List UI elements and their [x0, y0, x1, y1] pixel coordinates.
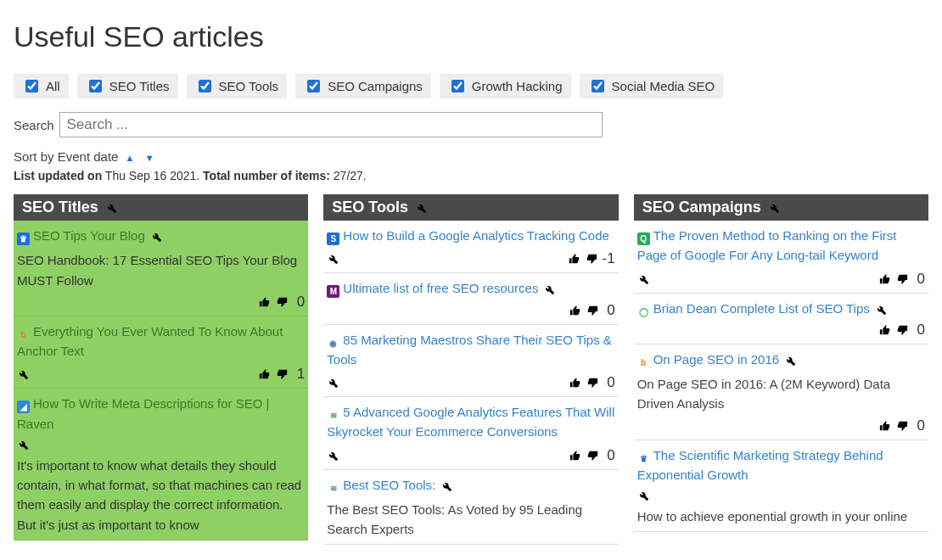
card-link[interactable]: 85 Marketing Maestros Share Their SEO Ti…	[327, 333, 612, 367]
wrench-icon[interactable]	[784, 355, 796, 367]
thumb-down-icon[interactable]	[586, 253, 597, 265]
favicon: b	[17, 328, 30, 341]
filter-chip-seo-tools[interactable]: SEO Tools	[187, 74, 288, 98]
sort-label: Sort by	[14, 149, 54, 164]
favicon: ≋	[327, 409, 339, 422]
filter-chip-all[interactable]: All	[14, 74, 69, 98]
close-icon[interactable]	[347, 450, 359, 462]
close-icon[interactable]	[796, 355, 808, 367]
column-header: SEO Titles	[14, 194, 308, 221]
card-link[interactable]: How To Write Meta Descriptions for SEO |…	[17, 396, 269, 430]
wrench-icon[interactable]	[415, 202, 427, 214]
filter-label: SEO Tools	[219, 79, 279, 93]
card-link[interactable]: On Page SEO in 2016	[653, 352, 779, 367]
card-link[interactable]: The Proven Method to Ranking on the Firs…	[637, 228, 897, 262]
close-icon[interactable]	[658, 490, 670, 501]
filter-checkbox[interactable]	[25, 80, 38, 92]
column-header: SEO Tools	[323, 194, 618, 221]
thumb-down-icon[interactable]	[586, 377, 598, 389]
filter-checkbox[interactable]	[199, 80, 211, 92]
thumb-down-icon[interactable]	[896, 420, 908, 432]
close-icon[interactable]	[555, 283, 567, 295]
thumb-up-icon[interactable]	[569, 450, 581, 462]
card-title-row: ♛The Scientific Marketing Strategy Behin…	[637, 445, 925, 485]
thumb-up-icon[interactable]	[879, 420, 891, 432]
thumb-up-icon[interactable]	[569, 377, 581, 389]
filter-chip-growth-hacking[interactable]: Growth Hacking	[440, 74, 571, 98]
close-icon[interactable]	[658, 273, 670, 285]
wrench-icon[interactable]	[327, 253, 339, 265]
thumb-down-icon[interactable]	[586, 450, 598, 462]
card-description: It's important to know what details they…	[17, 456, 305, 535]
card: ◉85 Marketing Maestros Share Their SEO T…	[323, 325, 618, 398]
card-description: SEO Handbook: 17 Essential SEO Tips Your…	[17, 250, 305, 290]
thumb-up-icon[interactable]	[879, 324, 891, 336]
wrench-icon[interactable]	[768, 202, 780, 214]
favicon: ◯	[637, 305, 650, 318]
sort-row: Sort by Event date ▲ ▼	[14, 149, 928, 164]
card-title-row: ♛SEO Tips Your Blog	[17, 226, 305, 245]
card-title-row: ◢How To Write Meta Descriptions for SEO …	[17, 394, 305, 434]
filter-chip-seo-campaigns[interactable]: SEO Campaigns	[295, 74, 431, 98]
filter-chip-social-media-seo[interactable]: Social Media SEO	[580, 74, 724, 98]
card: ◯Brian Dean Complete List of SEO Tips0	[634, 294, 928, 344]
wrench-icon[interactable]	[637, 273, 649, 285]
column-seo-campaigns: SEO CampaignsQThe Proven Method to Ranki…	[634, 194, 928, 545]
updated-value: Thu Sep 16 2021.	[105, 169, 199, 182]
card-title-row: SHow to Build a Google Analytics Trackin…	[327, 226, 614, 245]
wrench-icon[interactable]	[17, 368, 29, 380]
count-value: 27/27.	[334, 169, 367, 182]
wrench-icon[interactable]	[327, 377, 339, 389]
close-icon[interactable]	[37, 368, 49, 380]
thumb-up-icon[interactable]	[259, 296, 271, 308]
filter-chip-seo-titles[interactable]: SEO Titles	[77, 74, 178, 98]
card-link[interactable]: The Scientific Marketing Strategy Behind…	[637, 448, 883, 482]
thumb-up-icon[interactable]	[569, 253, 580, 265]
wrench-icon[interactable]	[440, 480, 452, 492]
thumb-down-icon[interactable]	[896, 273, 908, 285]
close-icon[interactable]	[347, 253, 359, 265]
search-input[interactable]	[59, 112, 603, 137]
tool-row: -1	[327, 250, 614, 267]
close-icon[interactable]	[347, 377, 359, 389]
card: ♛The Scientific Marketing Strategy Behin…	[634, 440, 928, 533]
wrench-icon[interactable]	[637, 490, 649, 501]
filter-checkbox[interactable]	[89, 80, 102, 92]
thumb-up-icon[interactable]	[569, 305, 581, 316]
thumb-down-icon[interactable]	[276, 296, 288, 308]
wrench-icon[interactable]	[543, 283, 555, 295]
card: ≋Best SEO Tools:The Best SEO Tools: As V…	[323, 470, 618, 546]
card-link[interactable]: How to Build a Google Analytics Tracking…	[343, 228, 609, 243]
thumb-up-icon[interactable]	[879, 273, 891, 285]
vote-row: 0	[637, 417, 925, 434]
card-link[interactable]: SEO Tips Your Blog	[33, 228, 145, 243]
vote-row: 0	[569, 447, 615, 464]
card-link[interactable]: 5 Advanced Google Analytics Features Tha…	[327, 405, 614, 439]
sort-desc-icon[interactable]: ▼	[142, 153, 158, 163]
card-link[interactable]: Brian Dean Complete List of SEO Tips	[653, 301, 870, 316]
filter-checkbox[interactable]	[451, 80, 464, 92]
thumb-down-icon[interactable]	[276, 368, 288, 380]
card-link[interactable]: Everything You Ever Wanted To Know About…	[17, 324, 283, 358]
thumb-down-icon[interactable]	[586, 305, 598, 316]
close-icon[interactable]	[452, 480, 464, 492]
card-link[interactable]: Ultimate list of free SEO resources	[343, 281, 538, 295]
filter-label: Social Media SEO	[612, 79, 715, 93]
close-icon[interactable]	[37, 439, 49, 451]
updated-label: List updated on	[14, 169, 102, 182]
thumb-up-icon[interactable]	[259, 368, 271, 380]
filter-checkbox[interactable]	[307, 80, 320, 92]
sort-asc-icon[interactable]: ▲	[122, 153, 138, 163]
tool-row	[17, 439, 305, 451]
close-icon[interactable]	[887, 304, 899, 316]
wrench-icon[interactable]	[105, 202, 117, 214]
wrench-icon[interactable]	[875, 304, 887, 316]
wrench-icon[interactable]	[150, 231, 162, 243]
card: bOn Page SEO in 2016On Page SEO in 2016:…	[634, 344, 928, 440]
close-icon[interactable]	[162, 231, 174, 243]
card-link[interactable]: Best SEO Tools:	[343, 478, 435, 492]
thumb-down-icon[interactable]	[896, 324, 908, 336]
filter-checkbox[interactable]	[592, 80, 604, 92]
wrench-icon[interactable]	[17, 439, 29, 451]
wrench-icon[interactable]	[327, 450, 339, 462]
